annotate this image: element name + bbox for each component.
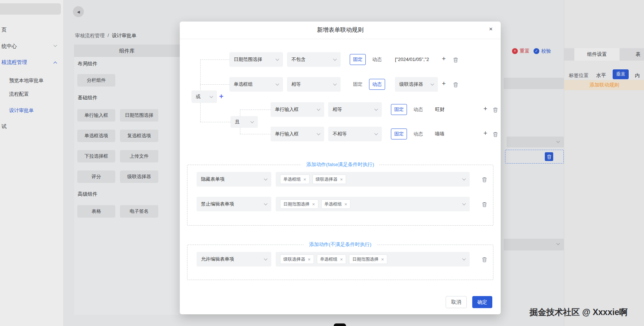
condition-row: 日期范围选择 不包含 固定 动态 ["2024/01/05","2 + [180, 52, 501, 67]
mode-dynamic-button[interactable]: 动态 [410, 104, 426, 115]
action-group-false-title[interactable]: 添加动作(false满足条件时执行) [301, 161, 379, 168]
action-row: 隐藏表单项 单选框组× 级联选择器× [180, 172, 501, 187]
action-target-multiselect[interactable]: 单选框组× 级联选择器× [276, 172, 470, 187]
chevron-down-icon [431, 82, 434, 86]
condition-operator-select[interactable]: 相等 [287, 77, 341, 92]
condition-value-input[interactable]: 旺财 [435, 102, 475, 117]
select-value: 允许编辑表单项 [201, 256, 234, 262]
chevron-down-icon [264, 202, 268, 206]
condition-value-select[interactable]: 级联选择器 [395, 77, 438, 92]
tag: 单选框组× [280, 174, 310, 184]
mode-fixed-button[interactable]: 固定 [391, 104, 407, 115]
chevron-down-icon [462, 177, 466, 181]
delete-condition-button[interactable] [492, 131, 499, 138]
trash-icon [482, 257, 487, 262]
condition-row: 单选框组 相等 固定 动态 级联选择器 + [180, 77, 501, 92]
cancel-button[interactable]: 取消 [446, 296, 467, 308]
chevron-down-icon [462, 202, 466, 206]
select-value: 或 [196, 93, 201, 100]
select-value: 单行输入框 [275, 131, 299, 137]
close-icon[interactable]: × [489, 26, 493, 33]
action-type-select[interactable]: 允许编辑表单项 [197, 252, 271, 266]
add-condition-button[interactable]: + [440, 55, 447, 62]
tag-close-icon[interactable]: × [340, 257, 343, 262]
select-value: 隐藏表单项 [201, 176, 225, 183]
tag-close-icon[interactable]: × [308, 257, 311, 262]
tag-close-icon[interactable]: × [303, 177, 306, 182]
delete-condition-button[interactable] [452, 81, 459, 88]
delete-action-button[interactable] [481, 256, 488, 263]
nested-logic-operator-select[interactable]: 且 [230, 116, 258, 128]
trash-icon [453, 57, 458, 62]
chevron-down-icon [276, 82, 279, 86]
mode-dynamic-button[interactable]: 动态 [369, 79, 385, 90]
chevron-down-icon [317, 107, 321, 111]
mode-dynamic-button[interactable]: 动态 [369, 54, 385, 65]
select-value: 相等 [333, 106, 342, 113]
condition-operator-select[interactable]: 不相等 [328, 127, 382, 141]
tag-close-icon[interactable]: × [312, 202, 315, 207]
tag-label: 单选框组 [320, 256, 338, 262]
action-type-select[interactable]: 隐藏表单项 [197, 172, 271, 187]
modal-title: 新增表单联动规则 [180, 26, 501, 34]
tag-label: 级联选择器 [316, 176, 338, 183]
delete-action-button[interactable] [481, 201, 488, 208]
add-condition-group-button[interactable]: + [219, 92, 224, 101]
tag: 单选框组× [321, 199, 351, 209]
trash-icon [493, 132, 498, 137]
select-value: 相等 [291, 81, 301, 88]
delete-action-button[interactable] [481, 176, 488, 183]
trash-icon [482, 177, 487, 182]
tag-close-icon[interactable]: × [345, 202, 348, 207]
tag-close-icon[interactable]: × [381, 257, 384, 262]
modal-divider [180, 39, 501, 39]
tag-label: 日期范围选择 [283, 201, 310, 207]
add-condition-button[interactable]: + [482, 130, 489, 137]
add-condition-button[interactable]: + [440, 80, 447, 87]
trash-icon [493, 107, 498, 112]
add-condition-button[interactable]: + [482, 106, 489, 112]
tag: 单选框组× [317, 254, 346, 264]
confirm-button[interactable]: 确定 [472, 296, 492, 308]
tag-label: 级联选择器 [283, 256, 305, 262]
condition-field-select[interactable]: 单行输入框 [271, 127, 324, 141]
action-type-select[interactable]: 禁止编辑表单项 [197, 197, 271, 211]
action-target-multiselect[interactable]: 日期范围选择× 单选框组× [276, 197, 470, 211]
chevron-down-icon [276, 57, 279, 61]
tag: 日期范围选择× [349, 254, 387, 264]
select-value: 级联选择器 [399, 81, 423, 88]
mode-dynamic-button[interactable]: 动态 [410, 129, 426, 139]
condition-field-select[interactable]: 日期范围选择 [229, 52, 283, 67]
delete-condition-button[interactable] [452, 57, 459, 63]
trash-icon [482, 202, 487, 207]
selected-tags: 单选框组× 级联选择器× [280, 174, 346, 184]
mode-fixed-button[interactable]: 固定 [391, 129, 407, 139]
mode-fixed-button[interactable]: 固定 [350, 79, 366, 90]
tag-close-icon[interactable]: × [340, 177, 343, 182]
condition-operator-select[interactable]: 不包含 [287, 52, 341, 67]
chevron-down-icon [375, 132, 378, 135]
logic-operator-select[interactable]: 或 [191, 91, 217, 103]
action-row: 禁止编辑表单项 日期范围选择× 单选框组× [180, 197, 501, 211]
mode-fixed-button[interactable]: 固定 [350, 54, 366, 65]
delete-condition-button[interactable] [492, 107, 499, 113]
condition-value-input[interactable]: ["2024/01/05","2 [395, 52, 439, 67]
select-value: 且 [235, 119, 240, 125]
select-value: 不包含 [291, 56, 306, 63]
condition-row: 单行输入框 相等 固定 动态 旺财 + [180, 102, 501, 117]
select-value: 单行输入框 [275, 106, 299, 113]
selected-tags: 日期范围选择× 单选框组× [280, 199, 350, 209]
chevron-down-icon [210, 95, 213, 98]
condition-row: 单行输入框 不相等 固定 动态 喵喵 + [180, 127, 501, 141]
condition-operator-select[interactable]: 相等 [328, 102, 382, 117]
select-value: 不相等 [333, 131, 347, 137]
select-value: 单选框组 [234, 81, 253, 88]
chevron-down-icon [333, 57, 337, 61]
condition-field-select[interactable]: 单行输入框 [271, 102, 324, 117]
tag: 级联选择器× [313, 174, 346, 184]
action-group-unmet-title[interactable]: 添加动作(不满足条件时执行) [304, 241, 377, 248]
action-target-multiselect[interactable]: 级联选择器× 单选框组× 日期范围选择× [276, 252, 470, 266]
condition-value-input[interactable]: 喵喵 [435, 127, 475, 141]
condition-field-select[interactable]: 单选框组 [229, 77, 283, 92]
watermark: 掘金技术社区 @ Xxxxie啊 [529, 307, 628, 318]
